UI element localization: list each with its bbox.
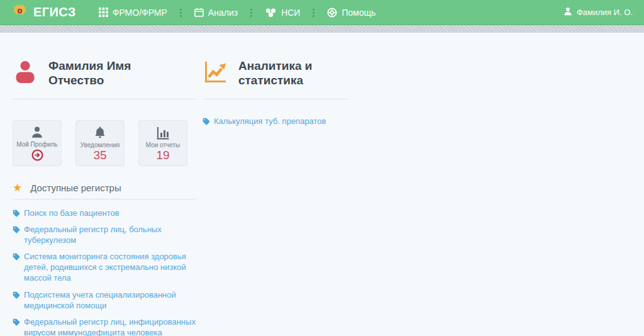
user-icon: [564, 7, 572, 18]
tag-icon: [13, 209, 20, 220]
nav-separator: [313, 8, 314, 17]
link-label: Федеральный регистр лиц, больных туберку…: [24, 225, 162, 245]
tile-label: Мои отчеты: [146, 142, 180, 148]
link-label: Федеральный регистр лиц, инфицированных …: [24, 317, 196, 336]
page-shadow-bar: [0, 25, 644, 33]
link-label: Подсистема учета специализированной меди…: [24, 290, 176, 310]
person-icon: [30, 125, 44, 139]
star-icon: ★: [13, 182, 22, 193]
analytics-title: Аналитика и статистика: [238, 59, 342, 88]
nav-item-label: ФРМО/ФРМР: [113, 8, 167, 18]
notifications-count: 35: [93, 149, 106, 161]
tag-icon: [13, 225, 20, 236]
divider: [13, 99, 196, 99]
user-menu[interactable]: Фамилия И. О.: [564, 7, 633, 18]
tile-my-profile[interactable]: Мой Профиль: [13, 120, 62, 166]
analytics-column: Аналитика и статистика Калькуляция туб. …: [203, 59, 349, 132]
divider: [203, 99, 349, 99]
registers-title: Доступные регистры: [30, 182, 121, 193]
coat-of-arms-logo: [11, 3, 28, 22]
bell-icon: [93, 125, 107, 140]
link-label: Калькуляция туб. препаратов: [214, 116, 326, 126]
tile-notifications[interactable]: Уведомления 35: [75, 120, 125, 166]
link-specialized-care[interactable]: Подсистема учета специализированной меди…: [13, 289, 196, 311]
app-title: ЕГИСЗ: [33, 5, 76, 20]
top-navbar: ЕГИСЗ ФРМО/ФРМР Анализ: [0, 0, 644, 25]
tag-icon: [13, 318, 20, 328]
tile-label: Уведомления: [80, 142, 120, 148]
profile-name: Фамилия Имя Отчество: [48, 59, 152, 88]
profile-tiles: Мой Профиль Уведомления 35: [13, 120, 196, 166]
tag-icon: [203, 117, 210, 128]
nav-item-label: Анализ: [208, 8, 238, 18]
tag-icon: [13, 252, 20, 263]
link-tb-drug-calculation[interactable]: Калькуляция туб. препаратов: [203, 116, 349, 126]
link-children-monitoring[interactable]: Система мониторинга состояния здоровья д…: [13, 251, 196, 283]
trending-chart-icon: [203, 59, 228, 84]
user-name: Фамилия И. О.: [577, 8, 633, 17]
tile-my-reports[interactable]: Мои отчеты 19: [138, 120, 187, 166]
cubes-icon: [265, 8, 277, 18]
nav-separator: [180, 8, 182, 17]
tile-label: Мой Профиль: [16, 141, 58, 148]
nav-item-label: НСИ: [281, 8, 300, 18]
help-icon: [327, 8, 337, 18]
grid-icon: [99, 8, 108, 17]
analytics-header: Аналитика и статистика: [203, 59, 349, 88]
link-hiv-register[interactable]: Федеральный регистр лиц, инфицированных …: [13, 316, 196, 336]
calendar-icon: [194, 8, 204, 17]
bar-chart-icon: [155, 125, 170, 140]
registers-heading: ★ Доступные регистры: [13, 182, 196, 193]
profile-header: Фамилия Имя Отчество: [13, 59, 196, 88]
registers-links: Поиск по базе пациентов Федеральный реги…: [13, 208, 196, 336]
tag-icon: [13, 291, 20, 301]
main-content: Фамилия Имя Отчество Мой Профиль: [0, 33, 644, 336]
nav-item-label: Помощь: [341, 8, 375, 18]
link-patient-search[interactable]: Поиск по базе пациентов: [13, 208, 196, 218]
link-label: Система мониторинга состояния здоровья д…: [24, 252, 186, 283]
nav-separator: [250, 8, 252, 17]
link-label: Поиск по базе пациентов: [24, 208, 119, 218]
nav-item-analiz[interactable]: Анализ: [194, 8, 238, 18]
nav-item-help[interactable]: Помощь: [327, 8, 375, 18]
profile-person-icon: [13, 59, 38, 84]
divider: [13, 199, 196, 199]
nav-item-frmo-frmr[interactable]: ФРМО/ФРМР: [99, 8, 167, 18]
link-tb-register[interactable]: Федеральный регистр лиц, больных туберку…: [13, 224, 196, 245]
reports-count: 19: [156, 149, 169, 161]
profile-column: Фамилия Имя Отчество Мой Профиль: [13, 59, 196, 336]
nav-item-nsi[interactable]: НСИ: [265, 8, 300, 18]
arrow-circle-icon: [31, 149, 43, 161]
analytics-links: Калькуляция туб. препаратов: [203, 116, 349, 126]
